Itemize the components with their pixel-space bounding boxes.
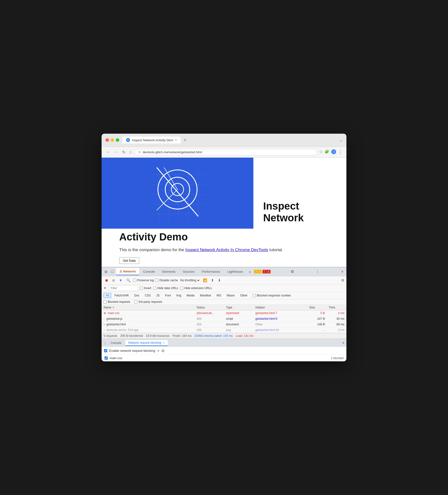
table-row[interactable]: ▪ getstarted.js 304 script getstarted.ht… bbox=[102, 316, 346, 322]
hide-extension-urls-label[interactable]: Hide extension URLs bbox=[180, 287, 212, 290]
blocked-requests-checkbox[interactable] bbox=[104, 300, 107, 303]
add-pattern-button[interactable]: + bbox=[157, 349, 159, 353]
bottom-panel-close-button[interactable]: × bbox=[342, 341, 344, 345]
blocked-cookies-label[interactable]: Blocked response cookies bbox=[253, 294, 291, 297]
import-button[interactable]: ⬆ bbox=[210, 278, 215, 283]
type-filter-js[interactable]: JS bbox=[154, 293, 162, 298]
menu-icon[interactable]: ⋮ bbox=[338, 149, 342, 155]
col-header-name[interactable]: Name bbox=[102, 305, 195, 310]
type-filter-ws[interactable]: WS bbox=[214, 293, 223, 298]
col-header-size[interactable]: Size bbox=[307, 305, 327, 310]
throttle-select[interactable]: No throttling bbox=[179, 278, 200, 282]
tab-network[interactable]: ⚠ Network bbox=[116, 268, 139, 275]
bookmark-icon[interactable]: ☆ bbox=[319, 149, 323, 155]
devtools-device-icon[interactable]: ☐ bbox=[109, 269, 116, 275]
export-button[interactable]: ⬇ bbox=[217, 278, 222, 283]
maximize-button[interactable] bbox=[116, 138, 119, 142]
type-filter-css[interactable]: CSS bbox=[142, 293, 153, 298]
svg-rect-2 bbox=[149, 165, 206, 221]
more-tabs-button[interactable]: » bbox=[247, 269, 253, 275]
tab-lighthouse[interactable]: Lighthouse bbox=[224, 268, 246, 275]
third-party-checkbox[interactable] bbox=[134, 300, 137, 303]
col-header-initiator[interactable]: Initiator bbox=[253, 305, 307, 310]
blocking-tab-close[interactable]: × bbox=[163, 341, 164, 344]
avatar-icon[interactable]: U bbox=[331, 149, 336, 154]
tab-sources[interactable]: Sources bbox=[179, 268, 198, 275]
filter-input[interactable] bbox=[109, 286, 138, 291]
wifi-icon[interactable]: 📶 bbox=[202, 278, 208, 283]
table-row[interactable]: ▪ getstarted.html 304 document Other 148… bbox=[102, 322, 346, 327]
close-button[interactable] bbox=[106, 138, 109, 142]
url-bar[interactable]: ⊕ devtools.glitch.me/network/getstarted.… bbox=[135, 149, 317, 155]
type-filter-media[interactable]: Media bbox=[184, 293, 197, 298]
tab-elements[interactable]: Elements bbox=[159, 268, 179, 275]
devtools-close-button[interactable]: × bbox=[340, 269, 345, 275]
cell-time: 0 ms bbox=[327, 310, 346, 316]
filter-toggle-button[interactable]: ▼ bbox=[118, 278, 124, 283]
type-filter-manifest[interactable]: Manifest bbox=[198, 293, 213, 298]
back-button[interactable]: ← bbox=[106, 149, 111, 155]
minimize-button[interactable] bbox=[111, 138, 114, 142]
get-data-button[interactable]: Get Data bbox=[119, 257, 139, 264]
type-filter-other[interactable]: Other bbox=[238, 293, 250, 298]
devtools-link[interactable]: Inspect Network Activity In Chrome DevTo… bbox=[185, 248, 268, 252]
clear-patterns-button[interactable]: ⊘ bbox=[161, 348, 164, 353]
type-filter-font[interactable]: Font bbox=[163, 293, 173, 298]
bottom-panel-menu-icon[interactable]: ⋮ bbox=[104, 341, 107, 345]
disable-cache-label[interactable]: Disable cache bbox=[155, 279, 178, 282]
security-icon: ⊕ bbox=[138, 150, 141, 154]
invert-checkbox[interactable] bbox=[140, 287, 143, 290]
new-tab-button[interactable]: + bbox=[182, 137, 188, 144]
type-filter-img[interactable]: Img bbox=[174, 293, 183, 298]
blocking-item[interactable]: main.css 1 blocked bbox=[102, 355, 346, 361]
devtools-grid-icon[interactable]: ⊞ bbox=[103, 269, 109, 275]
type-filter-fetch-xhr[interactable]: Fetch/XHR bbox=[112, 293, 131, 298]
type-filter-all[interactable]: All bbox=[104, 293, 111, 298]
url-text: devtools.glitch.me/network/getstarted.ht… bbox=[143, 150, 202, 154]
third-party-requests-label[interactable]: 3rd-party requests bbox=[134, 300, 162, 303]
tab-close-btn[interactable]: × bbox=[175, 138, 177, 142]
window-expand-icon[interactable]: ⌄ bbox=[339, 138, 342, 142]
bottom-panel: ⋮ Console Network request blocking × × E… bbox=[102, 339, 346, 361]
error-badge: 🚩 1 bbox=[262, 270, 271, 274]
refresh-button[interactable]: ↻ bbox=[121, 149, 126, 155]
devtools-more-button[interactable]: ⋮ bbox=[314, 268, 321, 275]
hide-data-urls-label[interactable]: Hide data URLs bbox=[153, 287, 178, 290]
table-row[interactable]: ⊗ main.css (blocked:de... stylesheet get… bbox=[102, 310, 346, 316]
col-header-type[interactable]: Type bbox=[224, 305, 253, 310]
forward-button[interactable]: → bbox=[113, 149, 119, 155]
record-stop-button[interactable]: ⏹ bbox=[104, 278, 109, 283]
block-item-checkbox[interactable] bbox=[105, 357, 108, 360]
type-filter-wasm[interactable]: Wasm bbox=[224, 293, 237, 298]
col-header-time[interactable]: Time bbox=[327, 305, 346, 310]
col-header-status[interactable]: Status bbox=[195, 305, 224, 310]
page-content: Inspect Network Activity Demo This is th… bbox=[102, 158, 346, 267]
devtools-tab-bar: ⊞ ☐ ⚠ Network Console Elements Sources P… bbox=[102, 267, 346, 276]
blocked-requests-label[interactable]: Blocked requests bbox=[104, 300, 130, 303]
preserve-log-label[interactable]: Preserve log bbox=[133, 279, 154, 282]
type-filter-doc[interactable]: Doc bbox=[132, 293, 141, 298]
hide-extension-urls-checkbox[interactable] bbox=[180, 287, 183, 290]
invert-label[interactable]: Invert bbox=[140, 287, 151, 290]
tab-console-bottom[interactable]: Console bbox=[108, 340, 124, 346]
extensions-icon[interactable]: 🧩 bbox=[325, 149, 329, 155]
clear-button[interactable]: ⊘ bbox=[111, 278, 116, 283]
enable-blocking-checkbox[interactable] bbox=[104, 349, 107, 352]
disable-cache-checkbox[interactable] bbox=[155, 279, 158, 282]
tab-console[interactable]: Console bbox=[140, 268, 158, 275]
tab-title: Inspect Network Activity Dem bbox=[132, 138, 173, 142]
table-row[interactable]: ▪ devtools.server: 519 ppp 200 png getst… bbox=[102, 327, 346, 333]
type-filter-bar: All Fetch/XHR Doc CSS JS Font Img Media … bbox=[102, 292, 346, 299]
preserve-log-checkbox[interactable] bbox=[133, 279, 136, 282]
network-settings-button[interactable]: ⚙ bbox=[341, 278, 344, 282]
home-button[interactable]: ⌂ bbox=[128, 149, 133, 155]
tab-performance[interactable]: Performance bbox=[199, 268, 224, 275]
tab-network-blocking[interactable]: Network request blocking × bbox=[125, 340, 168, 346]
browser-window: Inspect Network Activity Dem × + ⌄ ← → ↻… bbox=[102, 134, 346, 362]
blocked-cookies-checkbox[interactable] bbox=[253, 294, 256, 297]
devtools-settings-button[interactable]: ⚙ bbox=[289, 268, 296, 275]
search-button[interactable]: 🔍 bbox=[125, 278, 132, 283]
hide-data-urls-checkbox[interactable] bbox=[153, 287, 156, 290]
active-tab[interactable]: Inspect Network Activity Dem × bbox=[122, 137, 181, 143]
cell-type: png bbox=[224, 327, 253, 333]
